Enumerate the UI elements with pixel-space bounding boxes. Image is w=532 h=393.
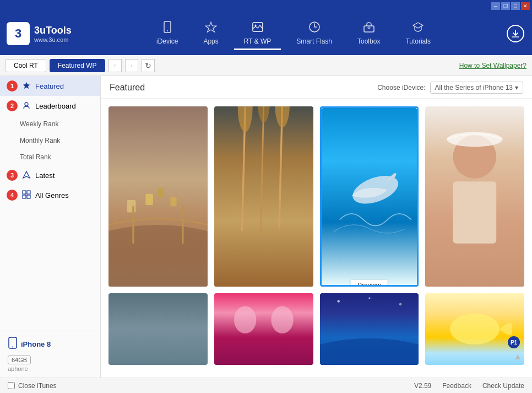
p1-badge: P1 <box>508 336 520 348</box>
feedback-link[interactable]: Feedback <box>442 382 471 390</box>
app-name: 3uTools <box>34 25 72 36</box>
app-header: 3 3uTools www.3u.com iDevice Apps RT & W… <box>0 12 532 55</box>
device-select-label: Choose iDevice: <box>377 84 425 91</box>
image-placeholder-2 <box>214 106 313 287</box>
device-select-value: All the Series of iPhone 13 <box>435 84 513 91</box>
how-to-link[interactable]: How to Set Wallpaper? <box>459 62 526 69</box>
smartflash-icon <box>308 21 321 36</box>
close-itunes-checkbox[interactable] <box>8 382 15 389</box>
sidebar: 1 Featured 2 Leaderboard Weekly Rank Mo <box>0 76 101 378</box>
tab-featuredwp[interactable]: Featured WP <box>50 59 105 72</box>
up-arrow-icon: ▲ <box>513 352 522 362</box>
image-placeholder-1 <box>108 106 208 287</box>
device-select: Choose iDevice: All the Series of iPhone… <box>377 82 523 94</box>
svg-rect-33 <box>453 181 497 243</box>
device-storage: 64GB <box>8 356 31 364</box>
sidebar-item-total-rank[interactable]: Total Rank <box>0 149 100 165</box>
refresh-button[interactable]: ↻ <box>142 59 155 72</box>
content-header: Featured Choose iDevice: All the Series … <box>101 76 532 99</box>
version-label: V2.59 <box>414 382 431 390</box>
image-placeholder-5 <box>108 293 208 365</box>
check-update-link[interactable]: Check Update <box>482 382 524 390</box>
leaderboard-icon <box>22 101 31 111</box>
latest-icon <box>22 170 31 181</box>
image-card-6[interactable] <box>214 293 313 365</box>
content-title: Featured <box>110 83 145 93</box>
svg-rect-11 <box>27 191 30 194</box>
image-card-1[interactable] <box>108 106 208 287</box>
logo-icon: 3 <box>7 22 30 45</box>
sidebar-item-weekly-rank[interactable]: Weekly Rank <box>0 116 100 132</box>
close-button[interactable]: ✕ <box>521 2 530 10</box>
image-card-2[interactable] <box>214 106 313 287</box>
nav-apps[interactable]: Apps <box>193 18 228 50</box>
sidebar-item-monthly-rank-label: Monthly Rank <box>20 137 60 144</box>
restore-button[interactable]: ❐ <box>501 2 510 10</box>
nav-toolbox[interactable]: Toolbox <box>348 18 390 50</box>
title-bar: ─ ❐ □ ✕ <box>0 0 532 12</box>
badge-2: 2 <box>7 100 18 111</box>
svg-rect-20 <box>170 197 176 206</box>
nav-tutorials[interactable]: Tutorials <box>395 18 441 50</box>
main-layout: 1 Featured 2 Leaderboard Weekly Rank Mo <box>0 76 532 378</box>
toolbar: Cool RT Featured WP ‹ › ↻ How to Set Wal… <box>0 55 532 76</box>
svg-point-1 <box>167 30 168 31</box>
sidebar-item-total-rank-label: Total Rank <box>20 153 51 161</box>
svg-rect-35 <box>214 293 313 365</box>
status-right: V2.59 Feedback Check Update <box>414 382 524 390</box>
nav-rtwp[interactable]: RT & WP <box>234 18 281 50</box>
svg-point-40 <box>368 297 370 299</box>
image-placeholder-6 <box>214 293 313 365</box>
sidebar-item-featured-label: Featured <box>35 82 64 90</box>
sidebar-item-all-genres[interactable]: 4 All Genres <box>0 185 100 205</box>
idevice-icon <box>161 21 173 36</box>
logo-area: 3 3uTools www.3u.com <box>0 22 88 45</box>
image-placeholder-3: Preview <box>322 108 417 287</box>
nav-apps-label: Apps <box>203 37 218 45</box>
sidebar-item-monthly-rank[interactable]: Monthly Rank <box>0 132 100 149</box>
sidebar-item-leaderboard[interactable]: 2 Leaderboard <box>0 96 100 116</box>
image-card-4[interactable] <box>425 106 524 287</box>
tab-coolrt[interactable]: Cool RT <box>6 59 46 72</box>
svg-rect-34 <box>108 293 208 365</box>
svg-point-41 <box>399 303 401 305</box>
nav-tutorials-label: Tutorials <box>405 37 431 45</box>
device-name: iPhone 8 <box>21 340 51 348</box>
image-card-5[interactable] <box>108 293 208 365</box>
svg-point-36 <box>234 306 256 333</box>
image-card-7[interactable] <box>320 293 419 365</box>
device-icon <box>8 337 18 352</box>
apps-icon <box>205 21 217 36</box>
back-button[interactable]: ‹ <box>108 59 122 72</box>
minimize-button[interactable]: ─ <box>491 2 500 10</box>
forward-button[interactable]: › <box>125 59 138 72</box>
svg-marker-8 <box>23 82 30 89</box>
maximize-button[interactable]: □ <box>511 2 520 10</box>
image-card-3[interactable]: Preview <box>320 106 419 287</box>
all-genres-icon <box>22 190 31 201</box>
svg-rect-19 <box>127 200 136 212</box>
header-right <box>499 25 532 42</box>
sidebar-item-latest[interactable]: 3 Latest <box>0 165 100 185</box>
download-button[interactable] <box>507 25 524 42</box>
image-card-8[interactable]: P1 ▲ <box>425 293 524 365</box>
status-left: Close iTunes <box>8 382 57 390</box>
app-url: www.3u.com <box>34 36 72 43</box>
svg-point-43 <box>450 314 500 344</box>
content-area: Featured Choose iDevice: All the Series … <box>101 76 532 378</box>
nav-idevice[interactable]: iDevice <box>146 18 188 50</box>
svg-rect-17 <box>145 194 153 205</box>
close-itunes-label: Close iTunes <box>18 382 57 390</box>
nav-smartflash[interactable]: Smart Flash <box>286 18 342 50</box>
nav-idevice-label: iDevice <box>156 37 178 45</box>
sidebar-device: iPhone 8 64GB aphone <box>0 331 100 378</box>
svg-rect-12 <box>23 195 26 198</box>
device-user: aphone <box>8 365 93 372</box>
sidebar-item-weekly-rank-label: Weekly Rank <box>20 120 58 128</box>
sidebar-item-featured[interactable]: 1 Featured <box>0 76 100 96</box>
device-select-box[interactable]: All the Series of iPhone 13 ▾ <box>430 82 523 94</box>
nav-rtwp-label: RT & WP <box>244 37 272 45</box>
featured-icon <box>22 81 31 91</box>
image-placeholder-8: P1 ▲ <box>425 293 524 365</box>
image-grid: Preview <box>101 99 532 373</box>
